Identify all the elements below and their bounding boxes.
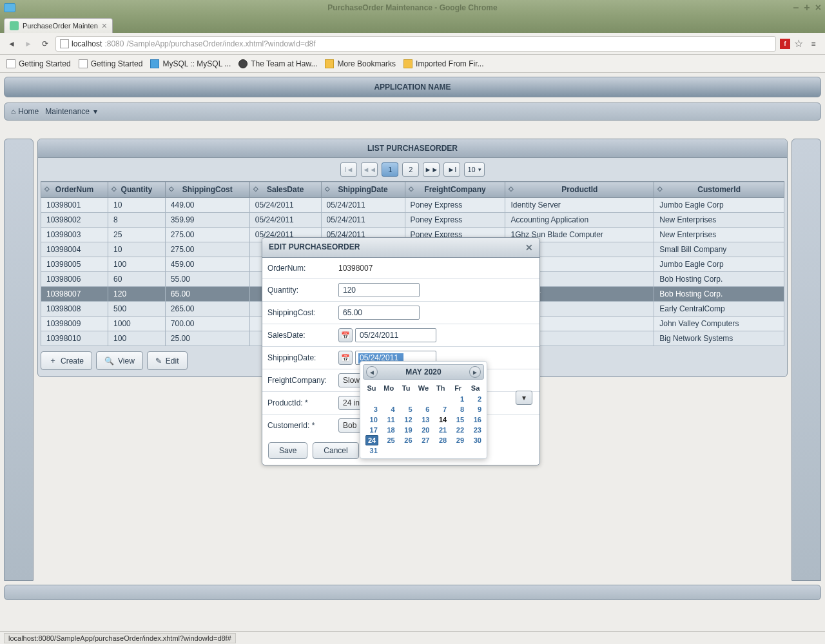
window-minimize-icon[interactable]: – [793, 3, 799, 13]
bookmark-getting-started-2[interactable]: Getting Started [79, 59, 143, 68]
datepicker-day[interactable]: 26 [398, 435, 415, 445]
datepicker-day[interactable]: 17 [363, 425, 380, 435]
shippingdate-calendar-button[interactable]: 📅 [338, 351, 353, 365]
page-prev-button[interactable]: ◄◄ [361, 162, 378, 177]
column-header[interactable]: ◇ShippingDate [321, 182, 405, 198]
save-button[interactable]: Save [268, 442, 307, 459]
salesdate-calendar-button[interactable]: 📅 [338, 328, 353, 342]
salesdate-input[interactable] [355, 328, 436, 342]
table-cell: 500 [108, 302, 166, 317]
browser-tab[interactable]: PurchaseOrder Mainten × [4, 18, 113, 33]
flash-plugin-icon[interactable]: f [780, 39, 790, 49]
panel-title: LIST PURCHASEORDER [38, 139, 787, 158]
productid-dropdown-button[interactable]: ▾ [516, 391, 532, 405]
datepicker-day[interactable]: 27 [415, 435, 432, 445]
table-row[interactable]: 1039800110449.0005/24/201105/24/2011Pone… [41, 198, 784, 213]
table-cell: New Enterprises [654, 213, 784, 228]
column-header[interactable]: ◇ShippingCost [165, 182, 249, 198]
bookmark-more[interactable]: More Bookmarks [325, 59, 396, 68]
create-button[interactable]: ＋Create [41, 351, 92, 370]
sort-icon: ◇ [44, 185, 50, 192]
page-1-button[interactable]: 1 [382, 162, 398, 177]
datepicker-day[interactable]: 1 [449, 394, 467, 404]
shippingcost-input[interactable] [338, 306, 420, 320]
menu-icon[interactable]: ≡ [807, 37, 820, 50]
page-last-button[interactable]: ►I [443, 162, 460, 177]
calendar-icon: 📅 [341, 354, 350, 362]
dialog-header[interactable]: EDIT PURCHASEORDER ✕ [262, 238, 539, 258]
datepicker-day[interactable]: 19 [398, 425, 415, 435]
bookmark-imported[interactable]: Imported From Fir... [403, 59, 483, 68]
datepicker-day[interactable]: 13 [415, 415, 432, 425]
page-next-button[interactable]: ►► [423, 162, 440, 177]
datepicker-day[interactable]: 18 [380, 425, 398, 435]
datepicker-prev-button[interactable]: ◄ [366, 366, 378, 378]
table-cell: 100 [108, 257, 166, 272]
datepicker-day[interactable]: 5 [398, 404, 415, 415]
tab-close-icon[interactable]: × [102, 21, 107, 31]
url-input[interactable]: localhost:8080/SampleApp/purchaseOrder/i… [55, 36, 776, 52]
column-header[interactable]: ◇OrderNum [41, 182, 108, 198]
column-header[interactable]: ◇ProductId [505, 182, 654, 198]
datepicker-day[interactable]: 16 [467, 415, 484, 425]
window-close-icon[interactable]: × [815, 3, 821, 13]
datepicker-day[interactable]: 8 [449, 404, 467, 415]
chevron-down-icon[interactable]: ▾ [93, 107, 97, 116]
column-header[interactable]: ◇CustomerId [654, 182, 784, 198]
breadcrumb-maintenance[interactable]: Maintenance [45, 107, 90, 116]
table-row[interactable]: 103980028359.9905/24/201105/24/2011Poney… [41, 213, 784, 228]
table-cell: 265.00 [165, 302, 249, 317]
dialog-close-icon[interactable]: ✕ [525, 242, 533, 253]
column-header[interactable]: ◇SalesDate [249, 182, 321, 198]
calendar-icon: 📅 [341, 331, 350, 340]
datepicker-day[interactable]: 24 [363, 435, 380, 445]
breadcrumb-home[interactable]: Home [18, 107, 39, 116]
bookmark-mysql[interactable]: MySQL :: MySQL ... [150, 59, 231, 68]
url-path: /SampleApp/purchaseOrder/index.xhtml?win… [126, 39, 315, 48]
datepicker-day[interactable]: 14 [432, 415, 449, 425]
bookmark-getting-started-1[interactable]: Getting Started [6, 59, 71, 68]
nav-reload-button[interactable]: ⟳ [39, 37, 52, 50]
datepicker-day[interactable]: 31 [363, 445, 380, 456]
datepicker-day[interactable]: 30 [467, 435, 484, 445]
page-size-select[interactable]: 10 [464, 162, 484, 177]
datepicker-day[interactable]: 2 [467, 394, 484, 404]
datepicker-day[interactable]: 20 [415, 425, 432, 435]
datepicker-next-button[interactable]: ► [469, 366, 481, 378]
table-cell: 10398005 [41, 257, 108, 272]
datepicker-day[interactable]: 15 [449, 415, 467, 425]
table-cell: 459.00 [165, 257, 249, 272]
label-quantity: Quantity: [262, 280, 333, 300]
bookmark-team[interactable]: The Team at Haw... [238, 59, 317, 68]
table-cell: 10398001 [41, 198, 108, 213]
cancel-button[interactable]: Cancel [313, 442, 358, 459]
datepicker-day[interactable]: 11 [380, 415, 398, 425]
table-cell: 05/24/2011 [321, 198, 405, 213]
edit-button[interactable]: ✎Edit [147, 351, 188, 370]
quantity-input[interactable] [338, 283, 420, 297]
datepicker-day[interactable]: 23 [467, 425, 484, 435]
nav-forward-button[interactable]: ► [22, 37, 35, 50]
datepicker-day[interactable]: 10 [363, 415, 380, 425]
nav-back-button[interactable]: ◄ [5, 37, 18, 50]
datepicker-day[interactable]: 29 [449, 435, 467, 445]
column-header[interactable]: ◇Quantity [108, 182, 166, 198]
window-maximize-icon[interactable]: + [804, 3, 810, 13]
datepicker-day[interactable]: 6 [415, 404, 432, 415]
datepicker-day[interactable]: 7 [432, 404, 449, 415]
datepicker-day[interactable]: 12 [398, 415, 415, 425]
table-cell: 05/24/2011 [249, 213, 321, 228]
view-button[interactable]: 🔍View [96, 351, 143, 370]
bookmark-star-icon[interactable]: ☆ [794, 37, 803, 50]
datepicker-day[interactable]: 4 [380, 404, 398, 415]
datepicker-day[interactable]: 21 [432, 425, 449, 435]
datepicker-day[interactable]: 9 [467, 404, 484, 415]
page-2-button[interactable]: 2 [402, 162, 419, 177]
datepicker-day[interactable]: 3 [363, 404, 380, 415]
datepicker-day[interactable]: 25 [380, 435, 398, 445]
page-first-button[interactable]: I◄ [340, 162, 357, 177]
datepicker-day[interactable]: 22 [449, 425, 467, 435]
app-banner: APPLICATION NAME [4, 77, 821, 97]
datepicker-day[interactable]: 28 [432, 435, 449, 445]
column-header[interactable]: ◇FreightCompany [405, 182, 505, 198]
